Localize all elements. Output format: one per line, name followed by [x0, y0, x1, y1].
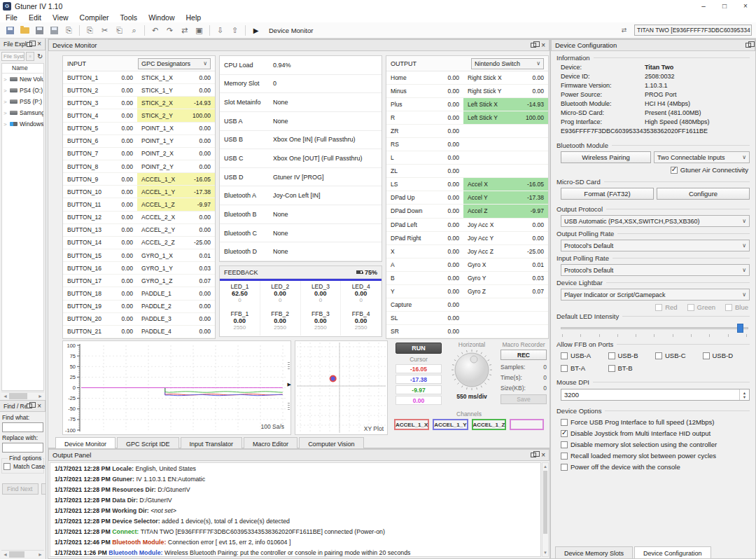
- float-panel-icon[interactable]: [27, 42, 32, 47]
- copy-icon[interactable]: ⎘: [83, 24, 97, 36]
- float-panel-icon[interactable]: [27, 403, 32, 408]
- xy-plot[interactable]: XY Plot: [295, 340, 388, 435]
- float-panel-icon[interactable]: [531, 43, 536, 48]
- refresh-icon[interactable]: ↻: [36, 53, 44, 60]
- install-to-device-icon[interactable]: ⇩: [213, 24, 227, 36]
- ffb-usb-c-checkbox[interactable]: USB-C: [655, 352, 703, 359]
- menu-edit[interactable]: Edit: [23, 13, 47, 22]
- oscilloscope[interactable]: 1007550250-25-50-75-100100 Sa/s ▶: [62, 340, 291, 435]
- run-icon[interactable]: ▶: [248, 24, 263, 36]
- expand-arrow-icon[interactable]: >: [4, 88, 8, 94]
- minimize-button[interactable]: –: [693, 0, 714, 13]
- close-panel-icon[interactable]: ×: [541, 43, 545, 48]
- trigger-marker-icon[interactable]: ▶: [288, 382, 291, 387]
- undo-icon[interactable]: ↶: [148, 24, 162, 36]
- ffb-usb-b-checkbox[interactable]: USB-B: [608, 352, 656, 359]
- paste-icon[interactable]: ⎗: [112, 24, 127, 36]
- expand-arrow-icon[interactable]: >: [4, 121, 8, 127]
- device-option-checkbox[interactable]: Disable Joystick from Multi Interface HI…: [561, 429, 750, 437]
- replace-input[interactable]: [2, 443, 43, 453]
- open-folder-icon[interactable]: [18, 24, 32, 36]
- float-panel-icon[interactable]: [531, 453, 536, 457]
- match-case-checkbox[interactable]: Match Case: [4, 463, 45, 470]
- tab-input-translator[interactable]: Input Translator: [181, 437, 243, 449]
- lightbar-select[interactable]: Player Indicator or Script/Gamepack∨: [561, 289, 750, 301]
- device-option-checkbox[interactable]: Force USB Prog Interface to full speed (…: [561, 418, 750, 426]
- new-file-icon[interactable]: [3, 24, 18, 36]
- wireless-pairing-button[interactable]: Wireless Pairing: [561, 151, 651, 163]
- file-explorer-hscrollbar[interactable]: ◄►: [1, 392, 44, 399]
- led-intensity-slider[interactable]: [561, 323, 748, 333]
- ffb-bt-b-checkbox[interactable]: BT-B: [608, 364, 656, 372]
- tab-device-monitor[interactable]: Device Monitor: [55, 437, 115, 449]
- output-polling-select[interactable]: Protocol's Default∨: [561, 240, 750, 251]
- tree-item-drive[interactable]: >New Volume: [2, 74, 43, 85]
- menu-tools[interactable]: Tools: [115, 13, 144, 22]
- close-button[interactable]: ×: [735, 0, 756, 13]
- device-option-checkbox[interactable]: Recall loaded memory slot between power …: [561, 452, 750, 460]
- redo-icon[interactable]: ↷: [162, 24, 177, 36]
- run-target-label[interactable]: Device Monitor: [269, 27, 313, 34]
- find-input[interactable]: [2, 422, 43, 432]
- tab-gpc-script-ide[interactable]: GPC Script IDE: [117, 437, 179, 449]
- tab-device-configuration[interactable]: Device Configuration: [634, 546, 711, 558]
- menu-help[interactable]: Help: [180, 13, 206, 22]
- lightbar-blue-checkbox[interactable]: Blue: [725, 303, 748, 311]
- bt-mode-dropdown[interactable]: Two Connectable Inputs∨: [654, 151, 750, 163]
- close-panel-icon[interactable]: ×: [37, 41, 41, 47]
- run-button[interactable]: RUN: [396, 343, 442, 354]
- expand-arrow-icon[interactable]: >: [4, 76, 8, 83]
- tree-item-drive[interactable]: >Samsung_T5: [2, 107, 43, 118]
- maximize-button[interactable]: □: [714, 0, 735, 13]
- rec-button[interactable]: REC: [500, 350, 547, 360]
- output-protocol-select[interactable]: USB Automatic (PS4,XSX,SWITCH,PS3,XB360)…: [561, 215, 750, 227]
- gtuner-air-checkbox[interactable]: Gtuner Air Connectivity: [671, 166, 748, 174]
- spinner-arrows-icon[interactable]: ▲▼: [739, 389, 749, 400]
- cut-icon[interactable]: ✂: [97, 24, 112, 36]
- find-next-button[interactable]: Find Next: [2, 483, 38, 495]
- channel-chip[interactable]: ACCEL_1_Z: [472, 419, 507, 430]
- log-vscrollbar[interactable]: ▲▼: [542, 462, 549, 557]
- menu-compiler[interactable]: Compiler: [74, 13, 115, 22]
- float-panel-icon[interactable]: [746, 43, 751, 48]
- device-option-checkbox[interactable]: Power off the device with the console: [561, 463, 750, 471]
- lightbar-red-checkbox[interactable]: Red: [655, 303, 677, 311]
- close-panel-icon[interactable]: ×: [541, 453, 545, 458]
- channel-chip[interactable]: [510, 419, 544, 430]
- menu-file[interactable]: File: [0, 13, 23, 22]
- find-panel-hscrollbar[interactable]: ◄►: [1, 550, 44, 558]
- ffb-usb-a-checkbox[interactable]: USB-A: [561, 352, 608, 359]
- tree-column-header[interactable]: Name: [2, 64, 43, 74]
- output-protocol-dropdown[interactable]: Nintendo Switch∨: [471, 58, 544, 69]
- swap-icon[interactable]: ⇄: [177, 24, 192, 36]
- configure-button[interactable]: Configure: [657, 188, 750, 200]
- tree-item-drive[interactable]: >PS5 (P:): [2, 96, 43, 107]
- tab-computer-vision[interactable]: Computer Vision: [299, 437, 363, 449]
- tree-item-drive[interactable]: >PS4 (O:): [2, 85, 43, 96]
- search-icon[interactable]: ⌕: [127, 24, 141, 36]
- splitter-handle[interactable]: [288, 403, 290, 411]
- tab-macro-editor[interactable]: Macro Editor: [244, 437, 298, 449]
- export-icon[interactable]: ⎘: [62, 24, 76, 36]
- timebase-knob[interactable]: [447, 348, 496, 392]
- expand-arrow-icon[interactable]: >: [4, 99, 8, 105]
- ffb-usb-d-checkbox[interactable]: USB-D: [703, 352, 750, 359]
- slider-thumb[interactable]: [737, 324, 743, 333]
- device-selector-combo[interactable]: TITAN TWO [E936FFFF7F3DBC60395334 ∨: [634, 25, 752, 36]
- folder-options-button[interactable]: ▫: [26, 52, 34, 61]
- menu-window[interactable]: Window: [143, 13, 180, 22]
- channel-chip[interactable]: ACCEL_1_Y: [433, 419, 468, 430]
- save-icon[interactable]: [32, 24, 47, 36]
- tab-device-memory-slots[interactable]: Device Memory Slots: [555, 546, 633, 558]
- panel-icon[interactable]: ▣: [192, 24, 206, 36]
- lightbar-green-checkbox[interactable]: Green: [687, 303, 715, 311]
- close-panel-icon[interactable]: ×: [37, 403, 41, 409]
- replace-button[interactable]: Replace: [41, 483, 46, 495]
- file-system-combo[interactable]: File System: [1, 52, 24, 61]
- save-all-icon[interactable]: [47, 24, 62, 36]
- input-polling-select[interactable]: Protocol's Default∨: [561, 264, 750, 276]
- format-button[interactable]: Format (FAT32): [561, 188, 654, 200]
- device-option-checkbox[interactable]: Disable memory slot selection using the …: [561, 441, 750, 448]
- splitter-handle[interactable]: [288, 362, 290, 371]
- channel-chip[interactable]: ACCEL_1_X: [394, 419, 429, 430]
